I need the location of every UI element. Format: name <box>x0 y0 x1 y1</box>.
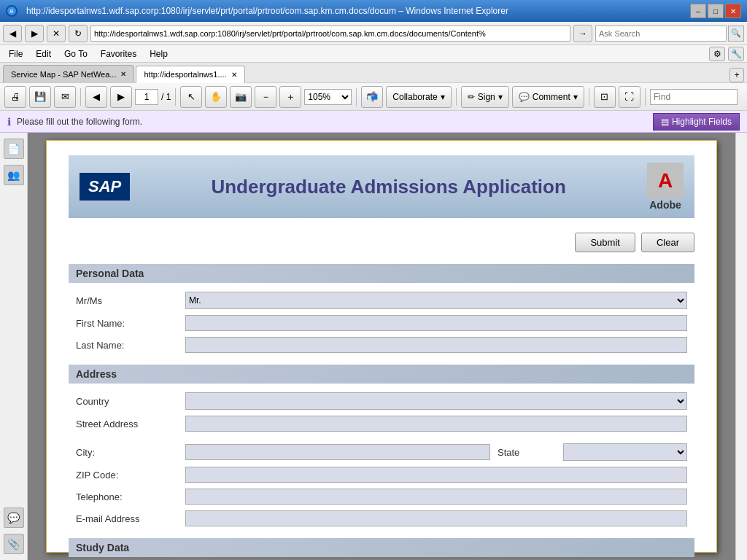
mrms-select[interactable]: Mr. Ms. Mrs. Dr. <box>185 292 687 309</box>
tab-bar: Service Map - SAP NetWea... ✕ http://ide… <box>0 63 747 83</box>
maximize-button[interactable]: □ <box>708 4 724 18</box>
form-title: Undergraduate Admissions Application <box>130 176 647 198</box>
menu-goto[interactable]: Go To <box>58 47 93 61</box>
save-button[interactable]: 💾 <box>29 86 51 108</box>
toolbar-sep-1 <box>80 88 81 106</box>
url-input[interactable] <box>90 26 570 42</box>
submit-button[interactable]: Submit <box>575 233 635 252</box>
toolbar-sep-3 <box>356 88 357 106</box>
snapshot-button[interactable]: 📷 <box>230 86 252 108</box>
zoom-out-button[interactable]: － <box>255 86 276 108</box>
zip-label: ZIP Code: <box>76 467 178 483</box>
sign-button[interactable]: ✏ Sign ▾ <box>461 86 509 108</box>
close-button[interactable]: ✕ <box>725 4 741 18</box>
tab-idesportal-close[interactable]: ✕ <box>231 71 237 79</box>
comment-icon: 💬 <box>519 92 530 102</box>
collaborate-label: Collaborate <box>392 92 437 102</box>
stamp-button[interactable]: 📬 <box>361 86 383 108</box>
street-label: Street Address <box>76 416 178 432</box>
telephone-input[interactable] <box>185 489 687 505</box>
pdf-form: SAP Undergraduate Admissions Application… <box>46 140 717 553</box>
toolbar-sep-5 <box>589 88 589 106</box>
sidebar-bookmarks-icon[interactable]: 👥 <box>4 165 24 185</box>
city-state-row: City: State <box>69 443 694 461</box>
email-button[interactable]: ✉ <box>54 86 76 108</box>
toolbar-sep-2 <box>175 88 176 106</box>
minimize-button[interactable]: – <box>690 4 706 18</box>
hand-tool-button[interactable]: ✋ <box>205 86 227 108</box>
find-input[interactable] <box>650 89 738 105</box>
telephone-label: Telephone: <box>76 489 178 505</box>
tools-button[interactable]: 🔧 <box>728 47 744 61</box>
zoom-in-button[interactable]: ＋ <box>279 86 301 108</box>
refresh-button[interactable]: ↻ <box>69 25 88 42</box>
left-sidebar: 📄 👥 💬 📎 <box>0 133 28 560</box>
window-title: http://idesportalnws1.wdf.sap.corp:1080/… <box>26 6 690 16</box>
back-button[interactable]: ◀ <box>3 25 22 42</box>
menu-help[interactable]: Help <box>144 47 174 61</box>
toolbar: 🖨 💾 ✉ ◀ ▶ / 1 ↖ ✋ 📷 － ＋ 105% 📬 Collabora… <box>0 83 747 111</box>
state-label: State <box>498 447 556 458</box>
right-scrollbar[interactable] <box>735 133 747 560</box>
collaborate-button[interactable]: Collaborate ▾ <box>386 86 451 108</box>
select-tool-button[interactable]: ↖ <box>180 86 202 108</box>
sidebar-attach-icon[interactable]: 📎 <box>4 534 24 554</box>
page-settings-button[interactable]: ⚙ <box>709 47 725 61</box>
country-select[interactable] <box>185 392 687 410</box>
notification-message: Please fill out the following form. <box>17 117 142 127</box>
menu-edit[interactable]: Edit <box>30 47 57 61</box>
adobe-text: Adobe <box>649 199 681 211</box>
search-submit-button[interactable]: 🔍 <box>728 26 744 42</box>
print-button[interactable]: 🖨 <box>4 86 26 108</box>
country-label: Country <box>76 392 178 410</box>
new-tab-button[interactable]: + <box>729 68 744 82</box>
lastname-input[interactable] <box>185 337 687 353</box>
sign-label: Sign <box>478 92 495 102</box>
next-page-button[interactable]: ▶ <box>110 86 132 108</box>
comment-arrow: ▾ <box>573 92 578 102</box>
page-number-input[interactable] <box>135 89 158 105</box>
highlight-fields-button[interactable]: ▤ Highlight Fields <box>653 113 740 131</box>
menu-favorites[interactable]: Favorites <box>95 47 142 61</box>
collaborate-arrow: ▾ <box>441 92 445 102</box>
prev-page-button[interactable]: ◀ <box>85 86 107 108</box>
zip-input[interactable] <box>185 467 687 483</box>
browser-icon: e <box>6 5 18 17</box>
stop-button[interactable]: ✕ <box>47 25 66 42</box>
notification-bar: ℹ Please fill out the following form. ▤ … <box>0 111 747 133</box>
forward-button[interactable]: ▶ <box>25 25 44 42</box>
adobe-a-icon: A <box>647 163 684 199</box>
address-grid: Country Street Address <box>69 392 694 432</box>
toolbar-sep-6 <box>645 88 646 106</box>
street-input[interactable] <box>185 416 687 432</box>
full-screen-button[interactable]: ⛶ <box>619 86 640 108</box>
contact-grid: ZIP Code: Telephone: E-mail Address <box>69 467 694 526</box>
comment-button[interactable]: 💬 Comment ▾ <box>512 86 584 108</box>
firstname-input[interactable] <box>185 315 687 331</box>
menu-file[interactable]: File <box>3 47 28 61</box>
mrms-label: Mr/Ms <box>76 292 178 309</box>
tab-service-map-label: Service Map - SAP NetWea... <box>11 70 116 79</box>
sap-logo: SAP <box>80 173 130 201</box>
tab-service-map-close[interactable]: ✕ <box>120 70 126 78</box>
personal-data-header: Personal Data <box>69 264 694 283</box>
study-data-header: Study Data <box>69 538 694 557</box>
form-buttons: Submit Clear <box>69 233 694 252</box>
go-button[interactable]: → <box>573 25 592 42</box>
state-select[interactable] <box>563 443 687 461</box>
sidebar-comment-icon[interactable]: 💬 <box>4 508 24 528</box>
city-input[interactable] <box>185 444 490 460</box>
fit-page-button[interactable]: ⊡ <box>594 86 616 108</box>
firstname-label: First Name: <box>76 315 178 331</box>
tab-idesportal[interactable]: http://idesportalnws1.... ✕ <box>136 66 244 83</box>
search-input[interactable] <box>595 26 727 42</box>
email-input[interactable] <box>185 510 687 526</box>
content-area: SAP Undergraduate Admissions Application… <box>28 133 735 560</box>
highlight-label: Highlight Fields <box>672 117 732 127</box>
title-bar: e http://idesportalnws1.wdf.sap.corp:108… <box>0 0 747 22</box>
zoom-select[interactable]: 105% <box>304 89 352 105</box>
tab-controls: + <box>729 68 744 82</box>
tab-service-map[interactable]: Service Map - SAP NetWea... ✕ <box>3 65 134 82</box>
sidebar-pages-icon[interactable]: 📄 <box>4 139 24 159</box>
clear-button[interactable]: Clear <box>641 233 694 252</box>
